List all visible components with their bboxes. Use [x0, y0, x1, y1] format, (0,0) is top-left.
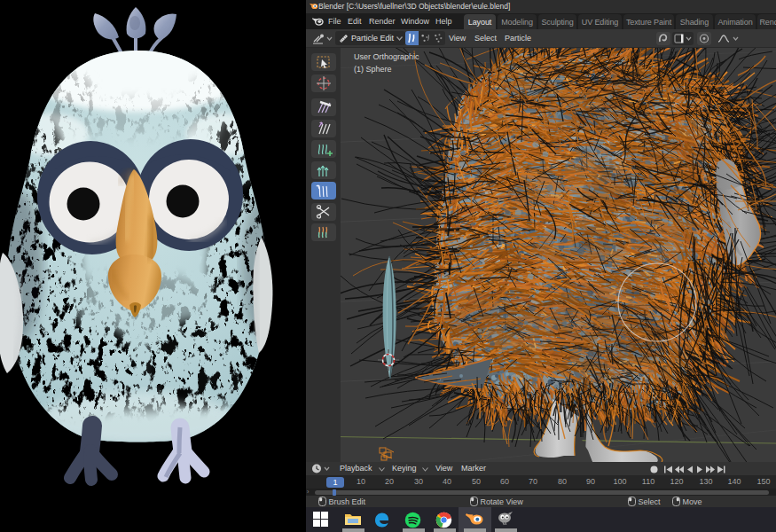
svg-text:User Orthographic: User Orthographic — [354, 52, 419, 61]
svg-text:(1) Sphere: (1) Sphere — [354, 65, 392, 74]
